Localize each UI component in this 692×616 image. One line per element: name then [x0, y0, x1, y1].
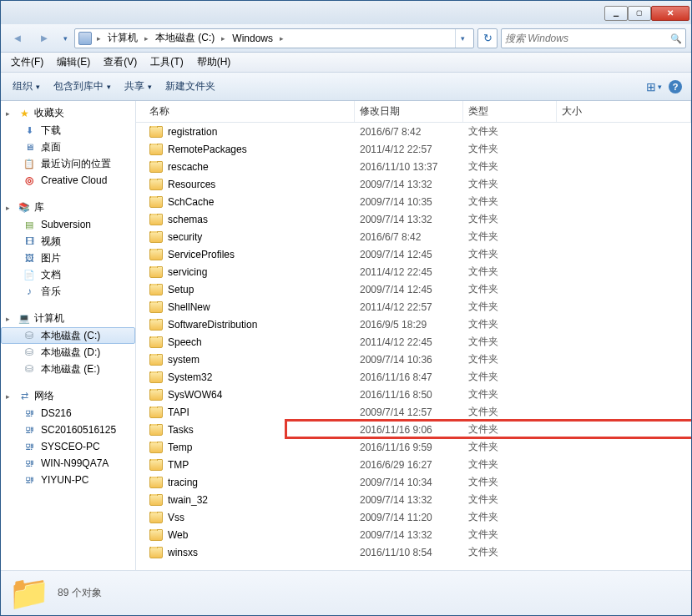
file-list-scroll[interactable]: registration2016/6/7 8:42文件夹RemotePackag… — [136, 123, 691, 570]
sidebar-item[interactable]: 图片 — [1, 250, 135, 266]
ic-mus-icon — [23, 285, 36, 298]
close-button[interactable] — [651, 6, 689, 21]
refresh-button[interactable] — [477, 28, 498, 48]
help-button[interactable] — [664, 76, 686, 98]
file-row[interactable]: Resources2009/7/14 13:32文件夹 — [136, 175, 691, 193]
sidebar-item[interactable]: SC20160516125 — [1, 422, 135, 438]
sidebar-item[interactable]: SYSCEO-PC — [1, 438, 135, 455]
file-row[interactable]: Tasks2016/11/16 9:06文件夹 — [136, 421, 691, 438]
sidebar-network-head[interactable]: ▸网络 — [1, 387, 135, 405]
menu-file[interactable]: 文件(F) — [4, 53, 50, 71]
file-row[interactable]: System322016/11/16 8:47文件夹 — [136, 368, 691, 386]
breadcrumb-separator[interactable] — [143, 34, 150, 43]
file-date: 2009/7/14 10:34 — [355, 477, 463, 488]
menu-tools[interactable]: 工具(T) — [144, 53, 189, 71]
navbar: 计算机 本地磁盘 (C:) Windows — [1, 24, 691, 53]
sidebar-item[interactable]: 视频 — [1, 233, 135, 250]
sidebar-libraries-head[interactable]: ▸库 — [1, 199, 135, 216]
breadcrumb-separator[interactable] — [278, 34, 285, 43]
share-button[interactable]: 共享 — [118, 76, 159, 97]
sidebar-item[interactable]: 本地磁盘 (E:) — [1, 361, 135, 377]
forward-button[interactable] — [33, 28, 56, 49]
sidebar-favorites-head[interactable]: ▸收藏夹 — [1, 104, 135, 122]
breadcrumb-seg-0[interactable]: 计算机 — [103, 29, 143, 48]
col-type[interactable]: 类型 — [463, 101, 557, 122]
newfolder-button[interactable]: 新建文件夹 — [159, 76, 222, 97]
file-row[interactable]: SchCache2009/7/14 10:35文件夹 — [136, 193, 691, 210]
file-row[interactable]: security2016/6/7 8:42文件夹 — [136, 228, 691, 245]
file-date: 2016/6/7 8:42 — [355, 126, 463, 138]
sidebar-item[interactable]: 本地磁盘 (C:) — [1, 327, 135, 344]
menu-edit[interactable]: 编辑(E) — [50, 53, 97, 71]
breadcrumb-seg-2[interactable]: Windows — [227, 29, 278, 48]
maximize-button[interactable] — [628, 6, 651, 21]
sidebar-item-label: DS216 — [41, 407, 72, 419]
file-row[interactable]: registration2016/6/7 8:42文件夹 — [136, 123, 691, 140]
folder-icon — [149, 371, 163, 383]
file-name: Speech — [168, 336, 202, 348]
file-row[interactable]: twain_322009/7/14 13:32文件夹 — [136, 491, 691, 508]
sidebar-item[interactable]: YIYUN-PC — [1, 472, 135, 488]
view-mode-button[interactable]: ▾ — [643, 76, 664, 98]
minimize-button[interactable] — [604, 6, 628, 21]
file-row[interactable]: tracing2009/7/14 10:34文件夹 — [136, 473, 691, 491]
breadcrumb-dropdown[interactable] — [455, 29, 470, 48]
file-row[interactable]: system2009/7/14 10:36文件夹 — [136, 351, 691, 368]
file-row[interactable]: SysWOW642016/11/16 8:50文件夹 — [136, 386, 691, 403]
folder-icon — [149, 389, 163, 401]
sidebar-item[interactable]: 下载 — [1, 122, 135, 139]
file-row[interactable]: TAPI2009/7/14 12:57文件夹 — [136, 403, 691, 421]
file-row[interactable]: SoftwareDistribution2016/9/5 18:29文件夹 — [136, 316, 691, 333]
breadcrumb-separator[interactable] — [220, 34, 227, 43]
file-row[interactable]: rescache2016/11/10 13:37文件夹 — [136, 158, 691, 175]
breadcrumb[interactable]: 计算机 本地磁盘 (C:) Windows — [74, 28, 474, 48]
sidebar-item[interactable]: 最近访问的位置 — [1, 155, 135, 172]
breadcrumb-separator[interactable] — [95, 34, 103, 43]
file-date: 2016/11/16 9:59 — [355, 442, 463, 453]
breadcrumb-seg-1[interactable]: 本地磁盘 (C:) — [150, 29, 220, 48]
sidebar-item[interactable]: Subversion — [1, 216, 135, 233]
file-row[interactable]: ShellNew2011/4/12 22:57文件夹 — [136, 298, 691, 316]
col-name[interactable]: 名称 — [144, 101, 355, 122]
file-row[interactable]: Vss2009/7/14 11:20文件夹 — [136, 508, 691, 526]
search-box[interactable] — [501, 28, 686, 48]
file-name: winsxs — [168, 547, 198, 558]
menu-help[interactable]: 帮助(H) — [190, 53, 238, 71]
sidebar-network: ▸网络 DS216SC20160516125SYSCEO-PCWIN-N99QA… — [1, 387, 135, 488]
file-row[interactable]: Temp2016/11/16 9:59文件夹 — [136, 438, 691, 456]
sidebar-item[interactable]: Creative Cloud — [1, 172, 135, 189]
sidebar-item[interactable]: DS216 — [1, 405, 135, 422]
file-date: 2009/7/14 10:36 — [355, 354, 463, 366]
file-row[interactable]: ServiceProfiles2009/7/14 12:45文件夹 — [136, 245, 691, 263]
file-row[interactable]: RemotePackages2011/4/12 22:57文件夹 — [136, 140, 691, 158]
sidebar[interactable]: ▸收藏夹 下载桌面最近访问的位置Creative Cloud ▸库 Subver… — [1, 101, 136, 570]
sidebar-item[interactable]: 音乐 — [1, 283, 135, 300]
file-row[interactable]: Setup2009/7/14 12:45文件夹 — [136, 280, 691, 298]
include-button[interactable]: 包含到库中 — [47, 76, 118, 97]
search-input[interactable] — [505, 33, 670, 44]
menu-view[interactable]: 查看(V) — [97, 53, 144, 71]
sidebar-item[interactable]: 本地磁盘 (D:) — [1, 344, 135, 361]
titlebar[interactable] — [1, 1, 691, 24]
file-name: System32 — [168, 371, 212, 383]
history-dropdown[interactable] — [59, 28, 71, 49]
organize-button[interactable]: 组织 — [6, 76, 47, 97]
sidebar-item[interactable]: 桌面 — [1, 139, 135, 155]
sidebar-computer-head[interactable]: ▸计算机 — [1, 310, 135, 327]
file-row[interactable]: Speech2011/4/12 22:45文件夹 — [136, 333, 691, 351]
status-count: 89 个对象 — [58, 586, 102, 600]
file-row[interactable]: winsxs2016/11/10 8:54文件夹 — [136, 543, 691, 561]
file-row[interactable]: schemas2009/7/14 13:32文件夹 — [136, 210, 691, 228]
folder-icon — [149, 161, 163, 173]
sidebar-item[interactable]: WIN-N99QA7A — [1, 455, 135, 472]
sidebar-item[interactable]: 文档 — [1, 266, 135, 283]
file-row[interactable]: servicing2011/4/12 22:45文件夹 — [136, 263, 691, 280]
library-icon — [18, 201, 31, 215]
file-row[interactable]: TMP2016/6/29 16:27文件夹 — [136, 456, 691, 473]
file-name: TAPI — [168, 406, 189, 418]
file-row[interactable]: Web2009/7/14 13:32文件夹 — [136, 526, 691, 543]
sidebar-item-label: 最近访问的位置 — [41, 157, 111, 171]
col-size[interactable]: 大小 — [557, 101, 691, 122]
col-date[interactable]: 修改日期 — [355, 101, 463, 122]
back-button[interactable] — [6, 28, 29, 49]
